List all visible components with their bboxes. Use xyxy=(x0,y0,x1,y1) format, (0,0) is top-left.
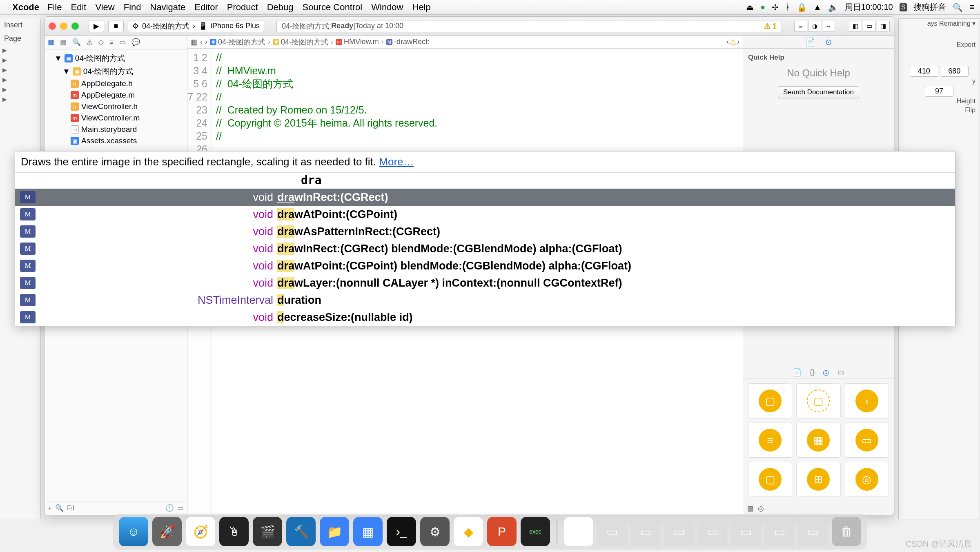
add-icon[interactable]: + xyxy=(48,504,52,512)
library-item[interactable]: ▢ xyxy=(748,462,792,497)
autocomplete-row[interactable]: MvoiddecreaseSize:(nullable id) xyxy=(15,309,955,326)
menu-window[interactable]: Window xyxy=(371,2,403,13)
back-button[interactable]: ‹ xyxy=(200,38,203,46)
library-item[interactable]: ▢ xyxy=(796,383,840,418)
dock-app-icon[interactable]: ▶ xyxy=(564,517,593,546)
prev-issue-icon[interactable]: ‹ xyxy=(726,38,729,47)
jump-bar[interactable]: ▦ ‹ › ▣04-绘图的方式› ▣04-绘图的方式› mHMView.m› M… xyxy=(187,36,743,49)
menu-editor[interactable]: Editor xyxy=(194,2,218,13)
library-item[interactable]: ◎ xyxy=(845,462,889,497)
stop-button[interactable]: ■ xyxy=(108,20,124,32)
wifi-icon[interactable]: ▲ xyxy=(813,2,822,12)
tree-file[interactable]: ViewController.m xyxy=(81,114,140,122)
navigator-filter[interactable]: + 🔍 Fil 🕘 ▭ xyxy=(45,501,187,515)
autocomplete-row[interactable]: MvoiddrawAtPoint:(CGPoint) blendMode:(CG… xyxy=(15,257,955,274)
dock-terminal-icon[interactable]: ›_ xyxy=(387,517,416,546)
scm-filter-icon[interactable]: ▭ xyxy=(177,504,184,512)
window-close-button[interactable] xyxy=(49,22,56,30)
dock-app-icon[interactable]: P xyxy=(487,517,517,546)
dock-xcode-icon[interactable]: 🔨 xyxy=(286,517,316,546)
dock-window-thumb[interactable]: ▭ xyxy=(664,517,694,546)
quick-help-tab[interactable]: ⊙ xyxy=(825,37,832,47)
dock-window-thumb[interactable]: ▭ xyxy=(597,517,627,546)
file-inspector-tab[interactable]: 📄 xyxy=(805,37,815,47)
library-tabs[interactable]: 📄{}◎▭ xyxy=(743,366,894,378)
search-documentation-button[interactable]: Search Documentation xyxy=(778,86,859,98)
dock-app-icon[interactable]: 🎬 xyxy=(253,517,282,546)
menu-navigate[interactable]: Navigate xyxy=(150,2,186,13)
editor-mode-segmented[interactable]: ≡◑↔ xyxy=(794,21,835,31)
ime-indicator[interactable]: S xyxy=(900,3,907,11)
status-icon[interactable]: ⏏ xyxy=(746,2,754,12)
dock-window-thumb[interactable]: ▭ xyxy=(798,517,828,546)
dock-launchpad-icon[interactable]: 🚀 xyxy=(152,517,182,546)
dock-window-thumb[interactable]: ▭ xyxy=(765,517,794,546)
issue-icon[interactable]: ⚠ xyxy=(730,38,736,47)
navigator-tabs[interactable]: ▦ ▦🔍⚠◇≡▭💬 xyxy=(45,36,187,49)
autocomplete-row[interactable]: MvoiddrawInRect:(CGRect) xyxy=(15,189,955,206)
autocomplete-popup[interactable]: Draws the entire image in the specified … xyxy=(15,151,956,326)
status-icon[interactable]: ● xyxy=(760,2,765,12)
autocomplete-row[interactable]: MvoiddrawLayer:(nonnull CALayer *) inCon… xyxy=(15,274,955,292)
warnings-badge[interactable]: ⚠ 1 xyxy=(764,22,777,31)
library-item[interactable]: ▭ xyxy=(845,423,889,458)
autocomplete-row[interactable]: MvoiddrawInRect:(CGRect) blendMode:(CGBl… xyxy=(15,240,955,257)
dock-window-thumb[interactable]: ▭ xyxy=(731,517,761,546)
autocomplete-row[interactable]: MvoiddrawAtPoint:(CGPoint) xyxy=(15,206,955,223)
tree-file[interactable]: AppDelegate.m xyxy=(81,91,135,100)
tree-file[interactable]: Assets.xcassets xyxy=(81,136,137,145)
inspector-tabs[interactable]: 📄 ⊙ xyxy=(743,36,894,49)
dock-settings-icon[interactable]: ⚙ xyxy=(420,517,450,546)
macos-dock[interactable]: ☺ 🚀 🧭 🖱 🎬 🔨 📁 ▦ ›_ ⚙ ◆ P exec ▶ ▭ ▭ ▭ ▭ … xyxy=(113,514,867,550)
related-items-icon[interactable]: ▦ xyxy=(191,38,198,47)
tree-file[interactable]: Main.storyboard xyxy=(81,125,137,134)
status-icon[interactable]: ✢ xyxy=(772,2,779,12)
library-item[interactable]: ≡ xyxy=(748,423,792,458)
menu-edit[interactable]: Edit xyxy=(71,2,86,13)
dock-app-icon[interactable]: ▦ xyxy=(353,517,383,546)
menu-find[interactable]: Find xyxy=(124,2,141,13)
library-filter[interactable]: ▦◎ xyxy=(743,502,894,515)
notification-center-icon[interactable]: ≡ xyxy=(969,2,974,12)
lock-icon[interactable]: 🔒 xyxy=(797,2,807,12)
autocomplete-row[interactable]: MNSTimeIntervalduration xyxy=(15,292,955,309)
window-zoom-button[interactable] xyxy=(71,22,79,30)
dock-safari-icon[interactable]: 🧭 xyxy=(186,517,215,546)
app-menu[interactable]: Xcode xyxy=(12,2,39,13)
menu-source-control[interactable]: Source Control xyxy=(303,2,363,13)
tree-project[interactable]: 04-绘图的方式 xyxy=(75,53,125,64)
menu-debug[interactable]: Debug xyxy=(267,2,294,13)
next-issue-icon[interactable]: › xyxy=(737,38,739,47)
dock-window-thumb[interactable]: ▭ xyxy=(698,517,727,546)
scheme-selector[interactable]: ⚙ 04-绘图的方式 › 📱 iPhone 6s Plus xyxy=(128,20,264,32)
dock-app-icon[interactable]: 🖱 xyxy=(219,517,249,546)
spotlight-icon[interactable]: 🔍 xyxy=(953,2,963,12)
dock-sketch-icon[interactable]: ◆ xyxy=(454,517,483,546)
tree-file[interactable]: ViewController.h xyxy=(81,102,138,111)
dock-trash-icon[interactable]: 🗑 xyxy=(832,517,861,546)
dock-finder-icon[interactable]: ☺ xyxy=(119,517,148,546)
library-item[interactable]: ‹ xyxy=(845,383,889,418)
window-minimize-button[interactable] xyxy=(60,22,67,30)
library-item[interactable]: ▢ xyxy=(748,383,792,418)
library-item[interactable]: ⊞ xyxy=(796,462,840,497)
menu-file[interactable]: File xyxy=(47,2,62,13)
menubar-clock[interactable]: 周日10:00:10 xyxy=(845,2,893,13)
library-item[interactable]: ▦ xyxy=(796,423,840,458)
dock-window-thumb[interactable]: ▭ xyxy=(631,517,660,546)
forward-button[interactable]: › xyxy=(205,38,207,46)
tree-folder[interactable]: 04-绘图的方式 xyxy=(83,66,133,77)
menu-help[interactable]: Help xyxy=(412,2,431,13)
doc-more-link[interactable]: More… xyxy=(379,156,414,168)
panel-toggle-segmented[interactable]: ◧▭◨ xyxy=(849,21,890,31)
run-button[interactable]: ▶ xyxy=(89,20,104,32)
menu-view[interactable]: View xyxy=(95,2,114,13)
dock-app-icon[interactable]: 📁 xyxy=(320,517,349,546)
tree-file[interactable]: AppDelegate.h xyxy=(81,79,133,88)
bluetooth-icon[interactable]: ᚼ xyxy=(785,2,790,12)
ime-label[interactable]: 搜狗拼音 xyxy=(913,2,946,13)
recent-icon[interactable]: 🕘 xyxy=(165,504,174,512)
volume-icon[interactable]: 🔈 xyxy=(828,2,838,12)
project-navigator-tab[interactable]: ▦ xyxy=(48,38,54,47)
menu-product[interactable]: Product xyxy=(227,2,258,13)
